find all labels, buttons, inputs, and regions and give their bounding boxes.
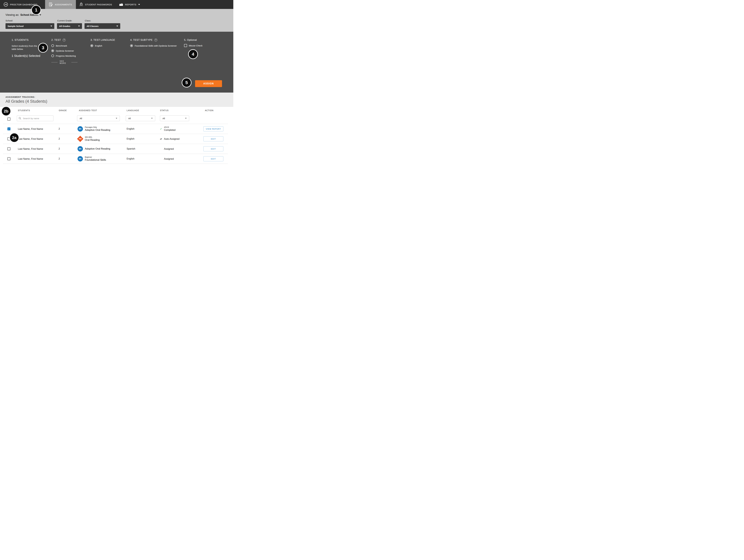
row-checkbox[interactable] bbox=[7, 147, 10, 150]
tracking-subtitle: All Grades (4 Students) bbox=[5, 99, 47, 104]
step-subtype: 4. TEST SUBTYPE ? Foundational Skills wi… bbox=[130, 38, 177, 49]
radio-label: Dyslexia Screener bbox=[56, 49, 74, 52]
search-input[interactable] bbox=[17, 115, 53, 121]
badge-text: PM bbox=[79, 138, 81, 140]
radio-benchmark[interactable]: Benchmark bbox=[51, 44, 77, 47]
step-language: 3. TEST LANGUAGE English bbox=[90, 38, 115, 49]
check-icon: ✓ bbox=[8, 128, 10, 130]
step-test-title: 2. TEST ? bbox=[51, 38, 77, 42]
language-value: Spanish bbox=[126, 147, 135, 150]
test-name: Oral Reading bbox=[85, 138, 100, 142]
completed-check-icon: ✓ bbox=[160, 127, 162, 130]
edit-button[interactable]: EDIT bbox=[203, 156, 223, 161]
radio-icon bbox=[51, 54, 54, 57]
nav-assignments[interactable]: ASSIGNMENTS bbox=[45, 0, 76, 9]
step-students: 1. STUDENTS Select student(s) from the t… bbox=[12, 38, 40, 58]
assigned-test: Beginner Foundational Skills bbox=[85, 156, 106, 162]
status-cell: 4/5/19 Completed bbox=[164, 126, 176, 132]
step-optional: 5. Optional Mouse Check bbox=[184, 38, 202, 47]
step-students-help: Select student(s) from the table below. bbox=[12, 44, 37, 50]
radio-english[interactable]: English bbox=[90, 44, 115, 47]
status-cell: Auto-Assigned bbox=[164, 137, 180, 141]
row-checkbox-checked[interactable]: ✓ bbox=[7, 127, 10, 130]
assign-button[interactable]: ASSIGN bbox=[195, 80, 222, 87]
annotation-badge-2b: 2b bbox=[1, 106, 11, 116]
radio-label: Progress Monitoring bbox=[56, 54, 76, 57]
assigned-test-filter[interactable]: All bbox=[77, 115, 120, 121]
school-dropdown[interactable]: Sample School bbox=[5, 23, 54, 29]
school-label: School: bbox=[5, 20, 13, 22]
table-row: Last Name, First Name 2 PM 300-390L Oral… bbox=[3, 134, 228, 144]
nav-student-passwords[interactable]: **** STUDENT PASSWORDS bbox=[76, 0, 116, 9]
table-row: Last Name, First Name 2 BK Beginner Foun… bbox=[3, 154, 228, 164]
grade-value: 2 bbox=[58, 147, 61, 150]
test-subtitle: Passages Only bbox=[85, 126, 110, 128]
step-test: 2. TEST ? Benchmark Dyslexia Screener Pr… bbox=[51, 38, 77, 64]
tracking-title: ASSIGNMENT TRACKING: bbox=[5, 96, 35, 98]
col-status: STATUS bbox=[160, 109, 169, 112]
assigned-test: Passages Only Adaptive Oral Reading bbox=[85, 126, 110, 132]
nav-reports[interactable]: REPORTS bbox=[116, 0, 144, 9]
annotation-badge-3: 3 bbox=[38, 43, 48, 53]
view-report-button[interactable]: VIEW REPORT bbox=[203, 126, 223, 132]
chevron-down-icon bbox=[116, 118, 117, 119]
page: PROCTOR DASHBOARD ASSIGNMENTS **** STUDE… bbox=[0, 0, 233, 164]
step-language-title: 3. TEST LANGUAGE bbox=[90, 38, 115, 42]
see-more-label: SEE MORE bbox=[60, 60, 69, 64]
select-all-checkbox[interactable] bbox=[7, 118, 10, 120]
see-more-link[interactable]: SEE MORE bbox=[51, 60, 77, 64]
search-box bbox=[17, 115, 53, 121]
assignment-table: STUDENTS GRADE ASSIGNED TEST LANGUAGE ST… bbox=[0, 107, 233, 164]
radio-selected-icon bbox=[130, 44, 133, 47]
assignment-tracking-header: ASSIGNMENT TRACKING: All Grades (4 Stude… bbox=[0, 92, 233, 107]
chevron-down-icon bbox=[185, 118, 187, 119]
chevron-down-icon bbox=[50, 26, 52, 27]
mouse-check-checkbox[interactable]: Mouse Check bbox=[184, 44, 202, 47]
lock-icon: **** bbox=[79, 3, 83, 7]
assigned-test: Adaptive Oral Reading bbox=[85, 147, 110, 150]
test-name: Adaptive Oral Reading bbox=[85, 128, 110, 132]
row-checkbox[interactable] bbox=[7, 157, 10, 160]
status-cell: Assigned bbox=[164, 157, 174, 160]
class-dropdown-value: All Classes bbox=[86, 25, 99, 27]
chevron-down-icon bbox=[138, 4, 140, 5]
progress-monitoring-badge: PM bbox=[77, 136, 83, 142]
checkbox-icon bbox=[184, 44, 187, 47]
annotation-badge-5: 5 bbox=[182, 78, 191, 87]
filter-value: All bbox=[80, 117, 82, 120]
filter-value: All bbox=[128, 117, 131, 120]
table-rows: ✓ Last Name, First Name 2 BK Passages On… bbox=[3, 124, 228, 164]
student-name: Last Name, First Name bbox=[18, 138, 43, 140]
benchmark-badge: BK bbox=[77, 126, 83, 132]
status-text: Assigned bbox=[164, 157, 174, 160]
subtype-help-icon[interactable]: ? bbox=[154, 39, 157, 41]
language-filter[interactable]: All bbox=[126, 115, 155, 121]
language-value: English bbox=[126, 138, 134, 140]
filter-value: All bbox=[162, 117, 165, 120]
radio-dyslexia-screener[interactable]: Dyslexia Screener bbox=[51, 49, 77, 52]
language-value: English bbox=[126, 127, 134, 130]
radio-label: Benchmark bbox=[56, 44, 67, 47]
grade-label: Current Grade: bbox=[57, 20, 72, 22]
grade-dropdown[interactable]: All Grades bbox=[57, 23, 82, 29]
status-text: Assigned bbox=[164, 147, 174, 150]
class-dropdown[interactable]: All Classes bbox=[84, 23, 120, 29]
status-text: Completed bbox=[164, 128, 176, 132]
edit-button[interactable]: EDIT bbox=[203, 146, 223, 151]
assignments-doc-icon bbox=[49, 2, 53, 7]
search-icon bbox=[18, 117, 21, 120]
edit-button[interactable]: EDIT bbox=[203, 136, 223, 141]
class-label: Class: bbox=[85, 20, 91, 22]
radio-progress-monitoring[interactable]: Progress Monitoring bbox=[51, 54, 77, 57]
status-filter[interactable]: All bbox=[160, 115, 189, 121]
status-date: 4/5/19 bbox=[164, 126, 176, 128]
chevron-down-icon bbox=[151, 118, 153, 119]
test-help-icon[interactable]: ? bbox=[63, 39, 66, 41]
dashboard-gauge-icon bbox=[4, 2, 8, 7]
col-grade: GRADE bbox=[59, 109, 67, 112]
radio-foundational-skills[interactable]: Foundational Skills with Dyslexia Screen… bbox=[130, 44, 177, 47]
student-name: Last Name, First Name bbox=[18, 157, 43, 160]
password-asterisks: **** bbox=[79, 5, 83, 7]
radio-selected-icon bbox=[51, 49, 54, 52]
test-subtitle: Beginner bbox=[85, 156, 106, 158]
